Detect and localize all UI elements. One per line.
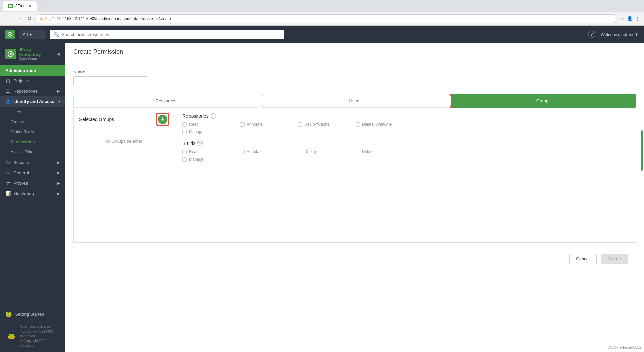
groups-left-panel: Selected Groups + No Groups selected [74, 108, 174, 242]
security-warning: ⚠ 不安全 [40, 16, 55, 21]
app-logo [5, 30, 15, 39]
license-text: Open source license [20, 324, 53, 329]
general-chevron-icon: ▶ [57, 171, 60, 175]
scrollbar-thumb[interactable] [641, 130, 643, 171]
tab-resources[interactable]: Resources [73, 94, 258, 108]
resource-filter-dropdown[interactable]: All ▾ [19, 30, 46, 39]
perm-repo-manage-label: Manage [189, 129, 203, 134]
perm-build-delete: Delete [356, 149, 402, 154]
menu-icon[interactable]: ⋮ [635, 16, 640, 21]
repositories-permissions-title: Repositories ? [182, 113, 628, 119]
sidebar-item-repositories[interactable]: ☰ Repositories ▶ [0, 86, 65, 96]
perm-repo-deploy-cache-checkbox[interactable] [298, 122, 302, 127]
perm-build-read-label: Read [189, 149, 199, 154]
builds-help-icon[interactable]: ? [197, 141, 203, 146]
perm-build-annotate-checkbox[interactable] [240, 150, 245, 154]
sidebar-item-label-global-roles: Global Roles [11, 130, 34, 134]
admin-label: Administration [5, 68, 36, 73]
back-button[interactable]: ← [4, 14, 12, 23]
sidebar-collapse-button[interactable]: ◀ [57, 51, 60, 56]
perm-repo-manage-checkbox[interactable] [182, 130, 187, 134]
tab-close-button[interactable]: ✕ [29, 4, 31, 8]
create-button[interactable]: Create [601, 254, 628, 264]
perm-build-manage-label: Manage [189, 157, 203, 162]
perm-build-deploy: Deploy [298, 149, 345, 154]
perm-repo-deploy-cache: Deploy/Cache [298, 122, 345, 127]
sidebar-item-users[interactable]: Users [0, 107, 65, 117]
tab-groups[interactable]: Groups [451, 94, 636, 108]
add-group-icon: + [158, 115, 167, 124]
perm-build-read-checkbox[interactable] [182, 150, 187, 154]
undefined-text: undefined [20, 334, 53, 339]
builds-perm-row1: Read Annotate Deploy [182, 149, 628, 154]
name-input[interactable] [73, 76, 147, 86]
dropdown-arrow-icon: ▾ [30, 32, 32, 37]
content-body: Name Resources Users [65, 61, 644, 277]
cancel-button[interactable]: Cancel [569, 254, 597, 264]
sidebar-item-projects[interactable]: ◫ Projects [0, 76, 65, 86]
add-group-button[interactable]: + [157, 113, 169, 125]
main-content: Create Permission Name Resources [65, 43, 644, 352]
sidebar-item-general[interactable]: ⚙ General ▶ [0, 168, 65, 178]
perm-build-annotate: Annotate [240, 149, 287, 154]
sidebar-item-global-roles[interactable]: Global Roles [0, 127, 65, 137]
perm-build-deploy-checkbox[interactable] [298, 150, 302, 154]
browser-tab[interactable]: JFrog ✕ [3, 1, 37, 11]
search-bar[interactable]: 🔍 [50, 30, 284, 39]
sidebar-item-label-monitoring: Monitoring [13, 191, 34, 196]
repositories-help-icon[interactable]: ? [211, 113, 216, 119]
sidebar-bottom-logo: 🐸 Open source license 7.37.16 rev 737169… [5, 324, 60, 348]
svg-point-4 [10, 53, 12, 55]
frog-logo-icon: 🐸 [5, 330, 17, 342]
perm-repo-annotate-checkbox[interactable] [240, 122, 245, 127]
monitoring-icon: 📊 [5, 191, 11, 196]
new-tab-button[interactable]: + [39, 3, 42, 9]
builds-permissions-section: Builds ? Read [182, 141, 628, 162]
admin-section-header: Administration [0, 65, 65, 76]
repositories-perm-row2: Manage [182, 129, 628, 134]
page-title: Create Permission [73, 48, 636, 61]
perm-build-deploy-label: Deploy [304, 149, 317, 154]
address-bar[interactable]: ⚠ 不安全 192.168.42.111:8082/ui/admin/manag… [35, 14, 617, 23]
perm-repo-manage: Manage [182, 129, 229, 134]
profile-icon[interactable]: 👤 [627, 16, 633, 21]
proxies-chevron-icon: ▶ [57, 181, 60, 185]
projects-icon: ◫ [5, 78, 11, 83]
search-input[interactable] [62, 32, 280, 37]
perm-repo-delete-overwrite-label: Delete/Overwrite [362, 122, 392, 127]
reload-button[interactable]: ↻ [25, 14, 33, 23]
sidebar-item-label-identity: Identity and Access [13, 99, 54, 104]
sidebar-item-permissions[interactable]: Permissions [0, 137, 65, 147]
perm-repo-delete-overwrite-checkbox[interactable] [356, 122, 360, 127]
monitoring-chevron-icon: ▶ [57, 192, 60, 195]
sidebar-item-label-security: Security [13, 160, 29, 165]
groups-section: Selected Groups + No Groups selected [74, 108, 636, 242]
perm-repo-read-checkbox[interactable] [182, 122, 187, 127]
perm-build-manage-checkbox[interactable] [182, 157, 187, 162]
sidebar: JFrog Artifactory Open Source ◀ Administ… [0, 43, 65, 352]
logo-icon [5, 49, 16, 59]
user-greeting[interactable]: Welcome, admin ▼ [601, 32, 639, 37]
sidebar-item-label-access-tokens: Access Tokens [11, 150, 38, 155]
repositories-perm-row1: Read Annotate Deploy/Cache [182, 122, 628, 127]
general-icon: ⚙ [5, 170, 11, 175]
sidebar-item-identity-access[interactable]: 👤 Identity and Access ▾ [0, 96, 65, 107]
getting-started-label: Getting Started [15, 312, 44, 317]
forward-button[interactable]: → [15, 14, 23, 23]
sidebar-item-proxies[interactable]: ⇄ Proxies ▶ [0, 178, 65, 188]
sidebar-item-access-tokens[interactable]: Access Tokens [0, 147, 65, 157]
help-icon[interactable]: ? [588, 31, 595, 38]
perm-build-delete-checkbox[interactable] [356, 150, 360, 154]
no-groups-text: No Groups selected [79, 139, 169, 144]
sidebar-item-security[interactable]: 🛡 Security ▶ [0, 157, 65, 168]
sidebar-item-label-proxies: Proxies [13, 181, 28, 186]
bookmark-icon[interactable]: ☆ [620, 16, 624, 21]
tab-arrow-resources [254, 94, 263, 107]
perm-repo-annotate: Annotate [240, 122, 287, 127]
tab-users[interactable]: Users [262, 94, 447, 108]
sidebar-item-groups[interactable]: Groups [0, 117, 65, 127]
tab-users-label: Users [349, 98, 361, 103]
sidebar-item-monitoring[interactable]: 📊 Monitoring ▶ [0, 188, 65, 199]
nav-icons: ☆ 👤 ⋮ [620, 16, 640, 21]
sidebar-item-getting-started[interactable]: 🐸 Getting Started [0, 308, 65, 320]
